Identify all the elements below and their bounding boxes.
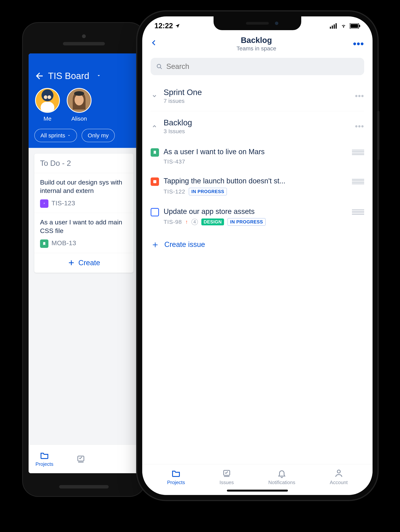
svg-rect-10	[336, 23, 337, 29]
back-button[interactable]	[151, 37, 160, 50]
android-device-frame: TIS Board Me Alison	[23, 23, 145, 496]
filter-chip-sprints[interactable]: All sprints	[34, 129, 77, 142]
board-icon	[76, 455, 86, 464]
account-icon	[334, 469, 343, 478]
folder-icon	[171, 469, 181, 478]
backlog-issue[interactable]: Tapping the launch button doesn't st... …	[151, 171, 364, 201]
tab-board[interactable]	[76, 455, 86, 464]
tab-notifications[interactable]: Notifications	[268, 469, 295, 485]
tab-label: Account	[330, 480, 348, 485]
svg-rect-9	[334, 25, 335, 29]
issue-title: Build out our design sys with internal a…	[40, 178, 128, 195]
column-title: To Do - 2	[34, 154, 134, 173]
tab-account[interactable]: Account	[330, 469, 348, 485]
filter-label: Only my	[88, 132, 109, 139]
page-title: Backlog	[237, 36, 276, 45]
wifi-icon	[340, 23, 347, 29]
chevron-down-icon	[151, 93, 158, 99]
avatar-icon	[35, 88, 60, 113]
section-sprint-one[interactable]: Sprint One 7 issues •••	[151, 81, 364, 111]
issue-key: TIS-123	[51, 199, 75, 207]
issue-type-task-icon	[151, 208, 159, 216]
tab-issues[interactable]: Issues	[219, 469, 234, 485]
avatar-filter-me[interactable]: Me	[35, 88, 60, 122]
create-label: Create issue	[164, 241, 205, 249]
status-badge: IN PROGRESS	[189, 188, 227, 195]
chevron-down-icon	[67, 133, 71, 137]
issue-key: MOB-13	[51, 239, 76, 247]
tab-projects[interactable]: Projects	[167, 469, 185, 485]
svg-point-5	[74, 91, 84, 96]
section-more-button[interactable]: •••	[355, 92, 364, 100]
create-issue-button[interactable]: ＋ Create issue	[151, 231, 364, 257]
issue-type-story-icon	[40, 240, 49, 248]
status-time: 12:22	[154, 22, 173, 30]
filter-chip-mine[interactable]: Only my	[82, 129, 115, 142]
chevron-up-icon	[151, 123, 158, 129]
section-subtitle: 3 Issues	[164, 128, 350, 134]
svg-point-16	[337, 470, 340, 473]
more-menu-button[interactable]: •••	[353, 38, 364, 49]
issue-card[interactable]: Build out our design sys with internal a…	[34, 173, 134, 213]
plus-icon: ＋	[151, 238, 160, 251]
avatar-name: Alison	[71, 115, 87, 122]
issue-card[interactable]: As a user I want to add main CSS file MO…	[34, 213, 134, 253]
tab-label: Issues	[219, 480, 234, 485]
page-subtitle: Teams in space	[237, 45, 276, 52]
backlog-issue[interactable]: As a user I want to live on Mars TIS-437	[151, 141, 364, 171]
backlog-issue[interactable]: Update our app store assets TIS-98 ↑ 4 D…	[151, 201, 364, 231]
status-badge: IN PROGRESS	[228, 218, 266, 226]
section-title: Sprint One	[164, 88, 350, 97]
svg-rect-13	[359, 25, 360, 27]
cellular-icon	[330, 23, 338, 29]
section-more-button[interactable]: •••	[355, 122, 364, 131]
android-screen: TIS Board Me Alison	[29, 53, 139, 473]
svg-point-4	[74, 95, 84, 106]
android-board-body: To Do - 2 Build out our design sys with …	[29, 148, 139, 473]
bell-icon	[277, 469, 286, 478]
create-issue-button[interactable]: Create	[34, 253, 134, 273]
issue-type-story-icon	[151, 148, 159, 157]
section-subtitle: 7 issues	[164, 98, 350, 104]
dropdown-caret-icon[interactable]	[96, 73, 101, 79]
drag-handle-icon[interactable]	[352, 209, 364, 215]
tab-projects[interactable]: Projects	[36, 451, 53, 467]
svg-rect-12	[351, 24, 358, 28]
home-indicator[interactable]	[227, 490, 288, 492]
issue-type-bug-icon	[151, 177, 159, 186]
search-input[interactable]	[166, 62, 358, 71]
backlog-content: Sprint One 7 issues ••• Backlog 3 Issues…	[142, 81, 373, 257]
priority-high-icon: ↑	[185, 219, 188, 225]
nav-bar: Backlog Teams in space •••	[142, 31, 373, 56]
svg-rect-6	[78, 456, 84, 461]
section-backlog[interactable]: Backlog 3 Issues •••	[151, 111, 364, 141]
iphone-device-frame: 12:22 Backlog Teams in space •••	[137, 12, 377, 500]
android-tab-bar: Projects	[29, 445, 139, 473]
story-points-badge: 4	[191, 219, 198, 225]
avatar-name: Me	[43, 115, 51, 122]
tab-label: Projects	[167, 480, 185, 485]
android-header: TIS Board Me Alison	[29, 53, 139, 148]
issue-title: As a user I want to live on Mars	[164, 147, 347, 157]
plus-icon	[68, 259, 75, 266]
avatar-filter-alison[interactable]: Alison	[67, 88, 92, 122]
svg-point-0	[42, 89, 53, 101]
iphone-screen: 12:22 Backlog Teams in space •••	[142, 16, 373, 495]
location-icon	[175, 23, 180, 29]
board-title[interactable]: TIS Board	[48, 71, 89, 81]
search-icon	[156, 63, 162, 70]
drag-handle-icon[interactable]	[352, 179, 364, 184]
battery-icon	[350, 23, 360, 29]
device-notch	[214, 16, 301, 30]
issue-title: Tapping the launch button doesn't st...	[164, 176, 347, 186]
folder-icon	[40, 451, 49, 460]
tab-label: Projects	[36, 461, 53, 467]
column-card: To Do - 2 Build out our design sys with …	[34, 154, 134, 273]
search-bar[interactable]	[151, 58, 364, 75]
svg-point-14	[157, 64, 161, 68]
section-title: Backlog	[164, 118, 350, 127]
back-arrow-icon[interactable]	[34, 71, 43, 81]
avatar-filter-row: Me Alison	[34, 88, 134, 122]
drag-handle-icon[interactable]	[352, 150, 364, 155]
chevron-left-icon	[151, 38, 158, 48]
